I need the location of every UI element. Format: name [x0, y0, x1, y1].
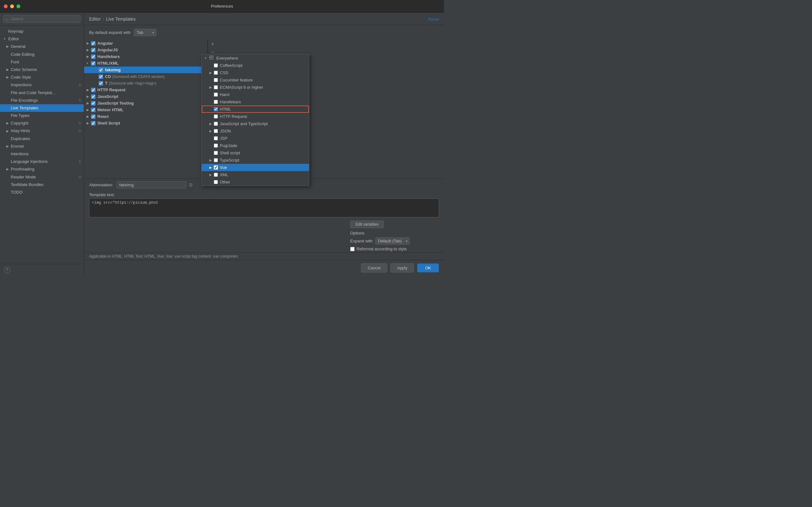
dd-item-cucumber[interactable]: Cucumber feature [202, 76, 309, 83]
sidebar-item-todo[interactable]: TODO [0, 188, 84, 196]
tpl-checkbox-angular[interactable] [91, 41, 96, 46]
dd-item-vue[interactable]: ▶ Vue [202, 164, 309, 171]
apply-button[interactable]: Apply [391, 263, 414, 273]
ok-button[interactable]: OK [417, 263, 439, 273]
dd-checkbox-other[interactable] [214, 180, 218, 184]
tpl-checkbox-cd[interactable] [99, 74, 103, 79]
sidebar-item-editor[interactable]: ▾ Editor [0, 35, 84, 43]
dd-checkbox-html[interactable] [214, 107, 218, 111]
dd-checkbox-ecmascript[interactable] [214, 85, 218, 89]
sidebar-item-duplicates[interactable]: Duplicates [0, 135, 84, 143]
tpl-item-t[interactable]: T (Surround with <tag></tag>) [84, 80, 207, 87]
sidebar-item-general[interactable]: ▶ General [0, 43, 84, 50]
dd-checkbox-xml[interactable] [214, 173, 218, 177]
sidebar-item-inlay-hints[interactable]: ▶ Inlay Hints ⎘ [0, 127, 84, 135]
dd-checkbox-typescript[interactable] [214, 158, 218, 162]
reformat-checkbox[interactable] [350, 247, 355, 251]
sidebar-item-textmate-bundles[interactable]: TextMate Bundles [0, 181, 84, 188]
dd-checkbox-jsp[interactable] [214, 136, 218, 140]
dd-checkbox-handlebars[interactable] [214, 100, 218, 104]
sidebar-item-color-scheme[interactable]: ▶ Color Scheme [0, 66, 84, 73]
edit-variables-button[interactable]: Edit variables [350, 221, 384, 228]
tpl-checkbox-fakeimg[interactable] [99, 68, 103, 72]
dd-checkbox-haml[interactable] [214, 93, 218, 97]
dd-checkbox-coffeescript[interactable] [214, 63, 218, 67]
close-button[interactable] [4, 4, 8, 8]
dd-item-html[interactable]: HTML [202, 106, 309, 113]
tpl-group-react[interactable]: ▶ React [84, 113, 207, 120]
sidebar-item-font[interactable]: Font [0, 58, 84, 66]
reset-button[interactable]: Reset [428, 17, 439, 21]
dd-item-ecmascript[interactable]: ▶ ECMAScript 6 or higher [202, 83, 309, 91]
dd-checkbox-js-ts[interactable] [214, 122, 218, 126]
cancel-button[interactable]: Cancel [361, 263, 387, 273]
dd-checkbox-http-request[interactable] [214, 114, 218, 118]
sidebar-item-intentions[interactable]: Intentions [0, 150, 84, 158]
tpl-item-fakeimg[interactable]: fakeimg [84, 66, 207, 73]
template-code[interactable]: <img src="https://picsum.phot [89, 199, 439, 217]
sidebar-item-emmet[interactable]: ▶ Emmet [0, 143, 84, 150]
sidebar-item-live-templates[interactable]: Live Templates [0, 104, 84, 112]
sidebar-item-code-editing[interactable]: Code Editing [0, 51, 84, 58]
dd-checkbox-vue[interactable] [214, 165, 218, 170]
expand-select[interactable]: Tab Enter Space [134, 29, 156, 36]
tpl-group-meteor-html[interactable]: ▶ Meteor HTML [84, 107, 207, 113]
dd-item-typescript[interactable]: ▶ TypeScript [202, 157, 309, 164]
sidebar-item-language-injections[interactable]: Language Injections ⎘ [0, 158, 84, 165]
abbreviation-input[interactable] [116, 181, 186, 188]
tpl-checkbox-angularjs[interactable] [91, 48, 96, 52]
tpl-group-javascript-testing[interactable]: ▶ JavaScript Testing [84, 100, 207, 107]
tpl-group-angularjs[interactable]: ▶ AngularJS [84, 47, 207, 53]
dd-checkbox-pug-jade[interactable] [214, 144, 218, 148]
tpl-group-handlebars[interactable]: ▶ Handlebars [84, 53, 207, 60]
dd-item-everywhere[interactable]: ▾ Everywhere [202, 54, 309, 62]
sidebar-item-file-encodings[interactable]: File Encodings ⎘ [0, 97, 84, 104]
dd-item-css[interactable]: ▶ CSS [202, 69, 309, 76]
tpl-group-label: Angular [97, 41, 113, 46]
dd-item-pug-jade[interactable]: Pug/Jade [202, 142, 309, 149]
tpl-checkbox-shell-script[interactable] [91, 121, 96, 125]
dd-item-handlebars[interactable]: Handlebars [202, 98, 309, 106]
minimize-button[interactable] [10, 4, 14, 8]
tpl-checkbox-javascript[interactable] [91, 95, 96, 99]
dd-item-jsp[interactable]: JSP [202, 135, 309, 142]
tpl-item-cd[interactable]: CD (Surround with CDATA section) [84, 73, 207, 80]
sidebar-item-code-style[interactable]: ▶ Code Style [0, 73, 84, 81]
tpl-checkbox-http-request[interactable] [91, 88, 96, 92]
sidebar-item-inspections[interactable]: Inspections ⎘ [0, 81, 84, 89]
search-input[interactable] [3, 15, 81, 23]
tpl-checkbox-t[interactable] [99, 81, 103, 86]
tpl-group-htmlxml[interactable]: ▾ HTML/XML [84, 60, 207, 66]
dd-item-haml[interactable]: Haml [202, 91, 309, 98]
dd-item-other[interactable]: Other [202, 178, 309, 186]
dd-item-json[interactable]: ▶ JSON [202, 127, 309, 135]
tpl-group-shell-script[interactable]: ▶ Shell Script [84, 120, 207, 126]
dd-checkbox-css[interactable] [214, 71, 218, 75]
add-template-button[interactable]: + [209, 41, 216, 48]
sidebar-item-reader-mode[interactable]: Reader Mode ⎘ [0, 173, 84, 181]
dd-item-xml[interactable]: ▶ XML [202, 171, 309, 178]
dd-checkbox-json[interactable] [214, 129, 218, 133]
dd-item-shell-script[interactable]: Shell script [202, 149, 309, 157]
dd-checkbox-shell-script[interactable] [214, 151, 218, 155]
dd-item-http-request[interactable]: HTTP Request [202, 113, 309, 120]
tpl-checkbox-meteor-html[interactable] [91, 108, 96, 112]
sidebar-item-file-types[interactable]: File Types [0, 112, 84, 119]
sidebar-item-keymap[interactable]: Keymap [0, 27, 84, 35]
tpl-checkbox-javascript-testing[interactable] [91, 101, 96, 106]
dd-checkbox-cucumber[interactable] [214, 78, 218, 82]
tpl-group-http-request[interactable]: ▶ HTTP Request [84, 87, 207, 93]
help-button[interactable]: ? [4, 267, 10, 273]
tpl-group-angular[interactable]: ▶ Angular [84, 40, 207, 47]
tpl-checkbox-htmlxml[interactable] [91, 61, 96, 66]
dd-item-coffeescript[interactable]: CoffeeScript [202, 62, 309, 69]
sidebar-item-proofreading[interactable]: ▶ Proofreading [0, 165, 84, 173]
tpl-checkbox-react[interactable] [91, 114, 96, 119]
sidebar-item-file-code-templates[interactable]: File and Code Templat... [0, 89, 84, 97]
dd-item-js-ts[interactable]: ▶ JavaScript and TypeScript [202, 120, 309, 127]
tpl-checkbox-handlebars[interactable] [91, 55, 96, 59]
maximize-button[interactable] [16, 4, 20, 8]
tpl-group-javascript[interactable]: ▶ JavaScript [84, 93, 207, 100]
sidebar-item-copyright[interactable]: ▶ Copyright ⎘ [0, 119, 84, 127]
expand-with-options-select[interactable]: Default (Tab) Tab Enter [375, 237, 410, 245]
